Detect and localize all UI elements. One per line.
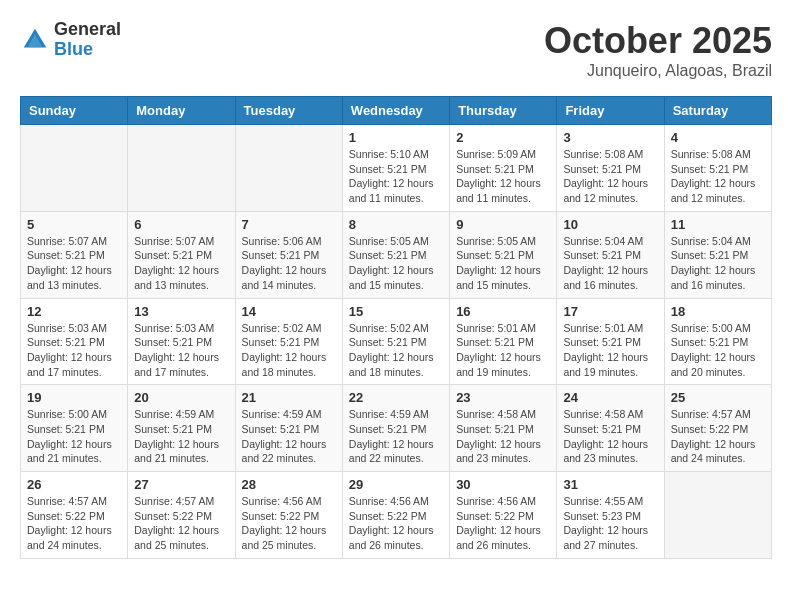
page-header: General Blue October 2025 Junqueiro, Ala… — [20, 20, 772, 80]
logo: General Blue — [20, 20, 121, 60]
day-number: 30 — [456, 477, 550, 492]
calendar-day-cell: 23Sunrise: 4:58 AMSunset: 5:21 PMDayligh… — [450, 385, 557, 472]
day-info: Sunrise: 5:05 AMSunset: 5:21 PMDaylight:… — [349, 234, 443, 293]
calendar-day-cell: 24Sunrise: 4:58 AMSunset: 5:21 PMDayligh… — [557, 385, 664, 472]
weekday-header-row: SundayMondayTuesdayWednesdayThursdayFrid… — [21, 97, 772, 125]
day-info: Sunrise: 5:04 AMSunset: 5:21 PMDaylight:… — [671, 234, 765, 293]
day-info: Sunrise: 4:57 AMSunset: 5:22 PMDaylight:… — [27, 494, 121, 553]
day-info: Sunrise: 4:55 AMSunset: 5:23 PMDaylight:… — [563, 494, 657, 553]
calendar-week-row: 1Sunrise: 5:10 AMSunset: 5:21 PMDaylight… — [21, 125, 772, 212]
day-number: 18 — [671, 304, 765, 319]
weekday-header: Wednesday — [342, 97, 449, 125]
day-info: Sunrise: 5:04 AMSunset: 5:21 PMDaylight:… — [563, 234, 657, 293]
day-info: Sunrise: 4:57 AMSunset: 5:22 PMDaylight:… — [671, 407, 765, 466]
calendar-day-cell: 17Sunrise: 5:01 AMSunset: 5:21 PMDayligh… — [557, 298, 664, 385]
day-number: 8 — [349, 217, 443, 232]
day-number: 16 — [456, 304, 550, 319]
day-info: Sunrise: 5:09 AMSunset: 5:21 PMDaylight:… — [456, 147, 550, 206]
calendar-day-cell: 21Sunrise: 4:59 AMSunset: 5:21 PMDayligh… — [235, 385, 342, 472]
logo-text: General Blue — [54, 20, 121, 60]
day-number: 17 — [563, 304, 657, 319]
calendar-day-cell: 2Sunrise: 5:09 AMSunset: 5:21 PMDaylight… — [450, 125, 557, 212]
day-info: Sunrise: 4:59 AMSunset: 5:21 PMDaylight:… — [349, 407, 443, 466]
day-number: 10 — [563, 217, 657, 232]
day-number: 22 — [349, 390, 443, 405]
day-info: Sunrise: 5:03 AMSunset: 5:21 PMDaylight:… — [27, 321, 121, 380]
day-info: Sunrise: 4:56 AMSunset: 5:22 PMDaylight:… — [242, 494, 336, 553]
day-info: Sunrise: 5:05 AMSunset: 5:21 PMDaylight:… — [456, 234, 550, 293]
day-info: Sunrise: 5:02 AMSunset: 5:21 PMDaylight:… — [349, 321, 443, 380]
day-info: Sunrise: 5:01 AMSunset: 5:21 PMDaylight:… — [456, 321, 550, 380]
logo-blue: Blue — [54, 40, 121, 60]
calendar-day-cell: 4Sunrise: 5:08 AMSunset: 5:21 PMDaylight… — [664, 125, 771, 212]
day-info: Sunrise: 5:00 AMSunset: 5:21 PMDaylight:… — [27, 407, 121, 466]
day-info: Sunrise: 5:03 AMSunset: 5:21 PMDaylight:… — [134, 321, 228, 380]
day-number: 15 — [349, 304, 443, 319]
calendar-day-cell: 25Sunrise: 4:57 AMSunset: 5:22 PMDayligh… — [664, 385, 771, 472]
calendar-day-cell: 5Sunrise: 5:07 AMSunset: 5:21 PMDaylight… — [21, 211, 128, 298]
day-info: Sunrise: 4:56 AMSunset: 5:22 PMDaylight:… — [456, 494, 550, 553]
day-number: 5 — [27, 217, 121, 232]
day-number: 29 — [349, 477, 443, 492]
day-info: Sunrise: 5:02 AMSunset: 5:21 PMDaylight:… — [242, 321, 336, 380]
calendar-header: SundayMondayTuesdayWednesdayThursdayFrid… — [21, 97, 772, 125]
calendar-day-cell — [128, 125, 235, 212]
calendar-day-cell: 12Sunrise: 5:03 AMSunset: 5:21 PMDayligh… — [21, 298, 128, 385]
day-info: Sunrise: 4:58 AMSunset: 5:21 PMDaylight:… — [456, 407, 550, 466]
day-info: Sunrise: 5:07 AMSunset: 5:21 PMDaylight:… — [134, 234, 228, 293]
day-number: 2 — [456, 130, 550, 145]
day-info: Sunrise: 5:08 AMSunset: 5:21 PMDaylight:… — [563, 147, 657, 206]
calendar-day-cell: 15Sunrise: 5:02 AMSunset: 5:21 PMDayligh… — [342, 298, 449, 385]
calendar-week-row: 19Sunrise: 5:00 AMSunset: 5:21 PMDayligh… — [21, 385, 772, 472]
calendar-day-cell: 1Sunrise: 5:10 AMSunset: 5:21 PMDaylight… — [342, 125, 449, 212]
weekday-header: Monday — [128, 97, 235, 125]
month-title: October 2025 — [544, 20, 772, 62]
calendar-day-cell — [235, 125, 342, 212]
weekday-header: Tuesday — [235, 97, 342, 125]
day-number: 13 — [134, 304, 228, 319]
day-info: Sunrise: 4:59 AMSunset: 5:21 PMDaylight:… — [134, 407, 228, 466]
calendar-day-cell: 20Sunrise: 4:59 AMSunset: 5:21 PMDayligh… — [128, 385, 235, 472]
day-number: 3 — [563, 130, 657, 145]
day-number: 6 — [134, 217, 228, 232]
calendar-day-cell: 13Sunrise: 5:03 AMSunset: 5:21 PMDayligh… — [128, 298, 235, 385]
logo-icon — [20, 25, 50, 55]
calendar-week-row: 5Sunrise: 5:07 AMSunset: 5:21 PMDaylight… — [21, 211, 772, 298]
calendar-day-cell: 28Sunrise: 4:56 AMSunset: 5:22 PMDayligh… — [235, 472, 342, 559]
day-info: Sunrise: 5:08 AMSunset: 5:21 PMDaylight:… — [671, 147, 765, 206]
day-info: Sunrise: 4:58 AMSunset: 5:21 PMDaylight:… — [563, 407, 657, 466]
logo-general: General — [54, 20, 121, 40]
day-info: Sunrise: 4:57 AMSunset: 5:22 PMDaylight:… — [134, 494, 228, 553]
day-info: Sunrise: 5:00 AMSunset: 5:21 PMDaylight:… — [671, 321, 765, 380]
weekday-header: Saturday — [664, 97, 771, 125]
weekday-header: Thursday — [450, 97, 557, 125]
calendar-day-cell: 14Sunrise: 5:02 AMSunset: 5:21 PMDayligh… — [235, 298, 342, 385]
day-number: 1 — [349, 130, 443, 145]
day-number: 26 — [27, 477, 121, 492]
day-number: 21 — [242, 390, 336, 405]
title-block: October 2025 Junqueiro, Alagoas, Brazil — [544, 20, 772, 80]
day-info: Sunrise: 5:10 AMSunset: 5:21 PMDaylight:… — [349, 147, 443, 206]
calendar-day-cell: 16Sunrise: 5:01 AMSunset: 5:21 PMDayligh… — [450, 298, 557, 385]
day-number: 23 — [456, 390, 550, 405]
location: Junqueiro, Alagoas, Brazil — [544, 62, 772, 80]
weekday-header: Friday — [557, 97, 664, 125]
day-number: 7 — [242, 217, 336, 232]
day-info: Sunrise: 5:06 AMSunset: 5:21 PMDaylight:… — [242, 234, 336, 293]
day-number: 14 — [242, 304, 336, 319]
calendar-day-cell: 19Sunrise: 5:00 AMSunset: 5:21 PMDayligh… — [21, 385, 128, 472]
day-number: 28 — [242, 477, 336, 492]
day-number: 20 — [134, 390, 228, 405]
calendar-day-cell: 9Sunrise: 5:05 AMSunset: 5:21 PMDaylight… — [450, 211, 557, 298]
calendar-day-cell — [21, 125, 128, 212]
calendar-day-cell: 11Sunrise: 5:04 AMSunset: 5:21 PMDayligh… — [664, 211, 771, 298]
calendar-day-cell: 8Sunrise: 5:05 AMSunset: 5:21 PMDaylight… — [342, 211, 449, 298]
day-number: 4 — [671, 130, 765, 145]
calendar-table: SundayMondayTuesdayWednesdayThursdayFrid… — [20, 96, 772, 559]
calendar-week-row: 26Sunrise: 4:57 AMSunset: 5:22 PMDayligh… — [21, 472, 772, 559]
calendar-day-cell: 26Sunrise: 4:57 AMSunset: 5:22 PMDayligh… — [21, 472, 128, 559]
day-info: Sunrise: 4:56 AMSunset: 5:22 PMDaylight:… — [349, 494, 443, 553]
calendar-day-cell: 22Sunrise: 4:59 AMSunset: 5:21 PMDayligh… — [342, 385, 449, 472]
day-info: Sunrise: 4:59 AMSunset: 5:21 PMDaylight:… — [242, 407, 336, 466]
day-number: 31 — [563, 477, 657, 492]
